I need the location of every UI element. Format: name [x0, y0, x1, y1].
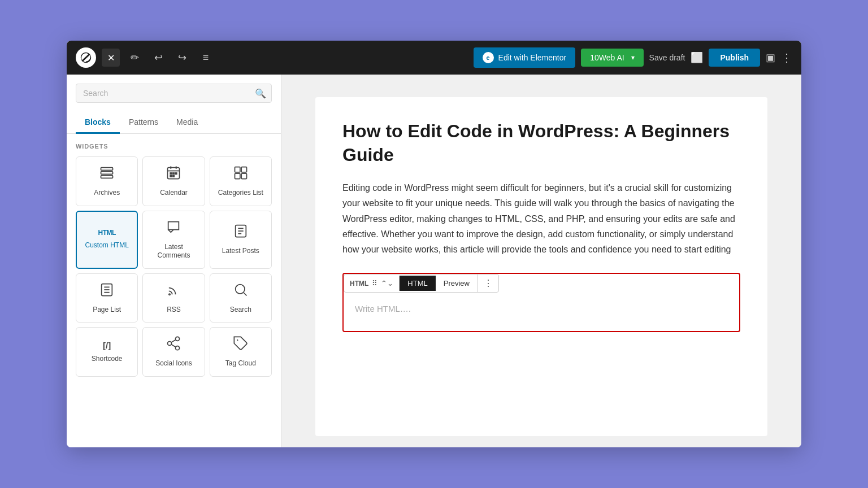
dropdown-arrow-icon: ▾ [631, 54, 635, 62]
rss-label: RSS [167, 306, 181, 315]
widgets-grid: Archives [76, 156, 272, 377]
widget-social-icons[interactable]: Social Icons [142, 327, 205, 377]
svg-rect-12 [235, 167, 240, 172]
widget-custom-html[interactable]: HTML Custom HTML [76, 211, 138, 269]
html-block-toolbar-left: HTML ⠿ ⌃⌄ [344, 276, 400, 291]
widget-tag-cloud[interactable]: Tag Cloud [210, 327, 272, 377]
wp-logo [76, 47, 96, 68]
close-button[interactable]: ✕ [102, 49, 120, 67]
widget-latest-posts[interactable]: Latest Posts [210, 211, 272, 269]
tag-cloud-label: Tag Cloud [225, 359, 256, 368]
custom-html-label: Custom HTML [85, 241, 128, 250]
tabs: Blocks Patterns Media [67, 112, 281, 134]
shortcode-icon: [/] [103, 341, 111, 350]
svg-point-28 [176, 346, 180, 350]
page-list-label: Page List [93, 306, 121, 315]
main-area: 🔍 Blocks Patterns Media WIDGETS [67, 75, 801, 447]
widgets-section: WIDGETS Archives [67, 134, 281, 447]
calendar-icon [166, 165, 181, 184]
svg-rect-11 [173, 176, 174, 177]
svg-rect-13 [241, 167, 246, 172]
html-block-tabs: HTML Preview [400, 276, 478, 291]
svg-rect-1 [101, 172, 113, 175]
widget-rss[interactable]: RSS [142, 273, 205, 323]
social-icons-label: Social Icons [155, 359, 192, 368]
svg-line-25 [244, 293, 246, 295]
page-list-icon [99, 282, 115, 301]
widget-search[interactable]: Search [210, 273, 272, 323]
content-area: How to Edit Code in WordPress: A Beginne… [281, 75, 801, 447]
html-block-container: HTML ⠿ ⌃⌄ HTML Preview ⋮ Write HTML…. [342, 273, 740, 332]
10web-ai-button[interactable]: 10Web AI ▾ [581, 49, 643, 67]
latest-posts-icon [233, 223, 249, 242]
tab-blocks[interactable]: Blocks [76, 112, 120, 134]
widget-calendar[interactable]: Calendar [142, 156, 205, 206]
html-write-area[interactable]: Write HTML…. [342, 293, 740, 332]
svg-rect-14 [235, 173, 240, 178]
svg-rect-8 [173, 173, 174, 174]
tab-patterns[interactable]: Patterns [120, 112, 167, 134]
html-block-more-button[interactable]: ⋮ [478, 274, 498, 292]
toolbar-right: Save draft ⬜ Publish ▣ ⋮ [649, 49, 792, 67]
calendar-label: Calendar [160, 189, 188, 198]
layout-icon-button[interactable]: ▣ [766, 51, 775, 64]
browser-window: ✕ ✏ ↩ ↪ ≡ e Edit with Elementor 10Web AI… [67, 41, 801, 447]
post-title: How to Edit Code in WordPress: A Beginne… [342, 120, 740, 167]
list-view-button[interactable]: ≡ [197, 49, 215, 67]
sidebar: 🔍 Blocks Patterns Media WIDGETS [67, 75, 281, 447]
tag-cloud-icon [233, 336, 249, 355]
archives-icon [99, 165, 115, 184]
widgets-section-label: WIDGETS [76, 143, 272, 150]
widget-archives[interactable]: Archives [76, 156, 138, 206]
categories-list-icon [233, 165, 249, 184]
svg-rect-10 [171, 176, 172, 177]
post-body: Editing code in WordPress might seem dif… [342, 180, 740, 257]
search-bar: 🔍 [76, 84, 272, 103]
latest-comments-icon [166, 219, 181, 238]
svg-rect-9 [176, 173, 177, 174]
publish-button[interactable]: Publish [709, 49, 760, 67]
svg-line-30 [172, 340, 176, 343]
more-options-button[interactable]: ⋮ [781, 51, 792, 64]
social-icons-icon [166, 336, 181, 355]
drag-handle-icon[interactable]: ⠿ [372, 279, 377, 287]
html-tab-html[interactable]: HTML [400, 276, 435, 291]
html-block-toolbar: HTML ⠿ ⌃⌄ HTML Preview ⋮ [344, 274, 499, 293]
svg-line-29 [172, 345, 176, 347]
html-block-toolbar-wrapper: HTML ⠿ ⌃⌄ HTML Preview ⋮ [342, 273, 740, 293]
svg-point-26 [176, 337, 180, 341]
widget-page-list[interactable]: Page List [76, 273, 138, 323]
widget-shortcode[interactable]: [/] Shortcode [76, 327, 138, 377]
chevron-icon[interactable]: ⌃⌄ [381, 279, 393, 287]
elementor-logo: e [483, 52, 494, 63]
widget-categories-list[interactable]: Categories List [210, 156, 272, 206]
shortcode-label: Shortcode [92, 355, 123, 364]
categories-list-label: Categories List [218, 189, 263, 198]
html-block-label: HTML [350, 280, 368, 287]
svg-rect-0 [101, 168, 113, 171]
archives-label: Archives [94, 189, 120, 198]
save-draft-button[interactable]: Save draft [649, 53, 685, 62]
search-widget-icon [233, 282, 249, 301]
edit-with-elementor-button[interactable]: e Edit with Elementor [474, 47, 576, 68]
undo-button[interactable]: ↩ [149, 49, 167, 67]
top-toolbar: ✕ ✏ ↩ ↪ ≡ e Edit with Elementor 10Web AI… [67, 41, 801, 75]
redo-button[interactable]: ↪ [173, 49, 191, 67]
html-tab-preview[interactable]: Preview [436, 276, 478, 291]
svg-rect-15 [241, 173, 246, 178]
post-content: How to Edit Code in WordPress: A Beginne… [315, 97, 767, 436]
search-icon: 🔍 [255, 88, 266, 99]
latest-comments-label: Latest Comments [147, 243, 199, 260]
svg-rect-7 [171, 173, 172, 174]
preview-icon-button[interactable]: ⬜ [691, 51, 703, 64]
svg-point-24 [235, 284, 244, 293]
svg-rect-2 [101, 176, 113, 178]
tab-media[interactable]: Media [167, 112, 207, 134]
rss-icon [166, 282, 181, 301]
edit-icon-button[interactable]: ✏ [125, 49, 144, 67]
widget-latest-comments[interactable]: Latest Comments [142, 211, 205, 269]
svg-point-27 [168, 342, 172, 346]
search-label: Search [230, 306, 251, 315]
latest-posts-label: Latest Posts [222, 247, 259, 256]
search-input[interactable] [76, 84, 272, 103]
